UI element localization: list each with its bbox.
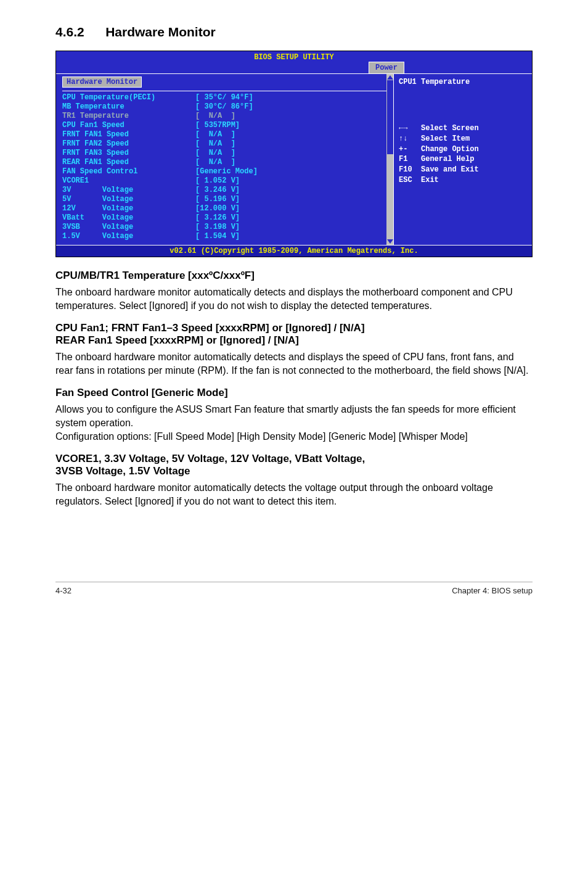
bios-header: BIOS SETUP UTILITY Power bbox=[56, 51, 532, 73]
bios-row-label: FRNT FAN3 Speed bbox=[62, 149, 195, 157]
chapter-label: Chapter 4: BIOS setup bbox=[452, 586, 533, 595]
bios-row-label: FRNT FAN2 Speed bbox=[62, 139, 195, 148]
bios-row-value: [ N/A ] bbox=[195, 139, 235, 148]
bios-row-label: CPU Temperature(PECI) bbox=[62, 93, 195, 102]
bios-row[interactable]: REAR FAN1 Speed [ N/A ] bbox=[62, 158, 393, 167]
bios-row-label: CPU Fan1 Speed bbox=[62, 121, 195, 130]
sub4-heading-b: 3VSB Voltage, 1.5V Voltage bbox=[55, 465, 533, 477]
bios-row-value: [12.000 V] bbox=[195, 204, 240, 213]
bios-row-value: [ 1.504 V] bbox=[195, 232, 240, 241]
scroll-down-icon[interactable] bbox=[387, 239, 393, 244]
bios-row-value: [Generic Mode] bbox=[195, 167, 258, 176]
nav-help: ←→ Select Screen ↑↓ Select Item +- Chang… bbox=[399, 123, 527, 186]
bios-body: Hardware Monitor CPU Temperature(PECI) [… bbox=[56, 73, 532, 245]
bios-row[interactable]: FRNT FAN3 Speed [ N/A ] bbox=[62, 149, 393, 158]
divider bbox=[62, 91, 386, 91]
sub2-heading-b: REAR Fan1 Speed [xxxxRPM] or [Ignored] /… bbox=[55, 334, 533, 347]
section-title: Hardware Monitor bbox=[105, 25, 216, 39]
bios-row-value: [ 3.198 V] bbox=[195, 223, 240, 231]
nav-save-exit: F10 Save and Exit bbox=[399, 165, 479, 174]
bios-row-label: 1.5V Voltage bbox=[62, 232, 195, 241]
bios-row-label: REAR FAN1 Speed bbox=[62, 158, 195, 167]
bios-row[interactable]: VBatt Voltage [ 3.126 V] bbox=[62, 213, 393, 223]
bios-row-value: [ 3.246 V] bbox=[195, 186, 240, 194]
bios-tabbar: Power bbox=[56, 62, 532, 73]
section-number: 4.6.2 bbox=[55, 25, 84, 39]
sub1-body: The onboard hardware monitor automatical… bbox=[55, 286, 533, 312]
sub1-heading: CPU/MB/TR1 Temperature [xxxºC/xxxºF] bbox=[55, 270, 533, 282]
bios-row[interactable]: TR1 Temperature [ N/A ] bbox=[62, 112, 393, 121]
bios-row-value: [ 3.126 V] bbox=[195, 213, 240, 222]
nav-general-help: F1 General Help bbox=[399, 155, 474, 163]
bios-row-value: [ 5357RPM] bbox=[195, 121, 240, 130]
bios-title: BIOS SETUP UTILITY bbox=[56, 53, 532, 62]
bios-row[interactable]: MB Temperature [ 30°C/ 86°F] bbox=[62, 102, 393, 112]
bios-screenshot: BIOS SETUP UTILITY Power Hardware Monito… bbox=[55, 51, 533, 257]
bios-help-panel: CPU1 Temperature ←→ Select Screen ↑↓ Sel… bbox=[393, 74, 532, 245]
bios-row-label: TR1 Temperature bbox=[62, 112, 195, 120]
scroll-up-icon[interactable] bbox=[387, 75, 393, 80]
nav-select-item: ↑↓ Select Item bbox=[399, 134, 470, 143]
bios-tab-power[interactable]: Power bbox=[369, 62, 404, 73]
nav-select-screen: ←→ Select Screen bbox=[399, 124, 479, 133]
bios-row[interactable]: FAN Speed Control [Generic Mode] bbox=[62, 167, 393, 176]
bios-row[interactable]: FRNT FAN2 Speed [ N/A ] bbox=[62, 139, 393, 149]
bios-row-value: [ N/A ] bbox=[195, 158, 235, 167]
bios-row-value: [ N/A ] bbox=[195, 112, 235, 120]
sub2-heading-a: CPU Fan1; FRNT Fan1–3 Speed [xxxxRPM] or… bbox=[55, 322, 533, 334]
scroll-thumb[interactable] bbox=[387, 80, 393, 154]
bios-row[interactable]: CPU Fan1 Speed [ 5357RPM] bbox=[62, 121, 393, 130]
section-heading: 4.6.2 Hardware Monitor bbox=[55, 25, 533, 39]
help-title: CPU1 Temperature bbox=[399, 78, 527, 86]
bios-left-panel: Hardware Monitor CPU Temperature(PECI) [… bbox=[56, 74, 393, 245]
bios-row-label: 3VSB Voltage bbox=[62, 223, 195, 231]
sub2-body: The onboard hardware monitor automatical… bbox=[55, 350, 533, 377]
bios-row-value: [ N/A ] bbox=[195, 149, 235, 157]
bios-row-label: 12V Voltage bbox=[62, 204, 195, 213]
bios-row-label: FAN Speed Control bbox=[62, 167, 195, 176]
bios-row[interactable]: 12V Voltage [12.000 V] bbox=[62, 204, 393, 213]
bios-row-label: 3V Voltage bbox=[62, 186, 195, 194]
bios-row-label: FRNT FAN1 Speed bbox=[62, 130, 195, 139]
nav-change-option: +- Change Option bbox=[399, 145, 479, 154]
bios-row-value: [ 35°C/ 94°F] bbox=[195, 93, 253, 102]
page-number: 4-32 bbox=[55, 586, 71, 595]
bios-row[interactable]: FRNT FAN1 Speed [ N/A ] bbox=[62, 130, 393, 139]
sub4-heading-a: VCORE1, 3.3V Voltage, 5V Voltage, 12V Vo… bbox=[55, 453, 533, 465]
bios-row-value: [ N/A ] bbox=[195, 130, 235, 139]
bios-row-label: VBatt Voltage bbox=[62, 213, 195, 222]
bios-row-label: VCORE1 bbox=[62, 176, 195, 185]
bios-row[interactable]: CPU Temperature(PECI) [ 35°C/ 94°F] bbox=[62, 93, 393, 102]
sub3-body1: Allows you to configure the ASUS Smart F… bbox=[55, 403, 533, 429]
sub4-body: The onboard hardware monitor automatical… bbox=[55, 481, 533, 508]
bios-row[interactable]: 3VSB Voltage [ 3.198 V] bbox=[62, 223, 393, 232]
bios-row-value: [ 30°C/ 86°F] bbox=[195, 102, 253, 111]
sub3-heading: Fan Speed Control [Generic Mode] bbox=[55, 387, 533, 399]
bios-row[interactable]: VCORE1 [ 1.052 V] bbox=[62, 176, 393, 186]
bios-row-label: MB Temperature bbox=[62, 102, 195, 111]
bios-footer: v02.61 (C)Copyright 1985-2009, American … bbox=[56, 245, 532, 257]
nav-exit: ESC Exit bbox=[399, 176, 439, 184]
bios-row-value: [ 5.196 V] bbox=[195, 195, 240, 204]
bios-panel-title: Hardware Monitor bbox=[62, 76, 142, 88]
sub3-body2: Configuration options: [Full Speed Mode]… bbox=[55, 430, 533, 444]
bios-rows: CPU Temperature(PECI) [ 35°C/ 94°F]MB Te… bbox=[62, 93, 393, 241]
bios-row-value: [ 1.052 V] bbox=[195, 176, 240, 185]
bios-row-label: 5V Voltage bbox=[62, 195, 195, 204]
bios-row[interactable]: 1.5V Voltage [ 1.504 V] bbox=[62, 232, 393, 241]
bios-row[interactable]: 3V Voltage [ 3.246 V] bbox=[62, 186, 393, 195]
bios-row[interactable]: 5V Voltage [ 5.196 V] bbox=[62, 195, 393, 204]
page-footer: 4-32 Chapter 4: BIOS setup bbox=[55, 582, 533, 595]
